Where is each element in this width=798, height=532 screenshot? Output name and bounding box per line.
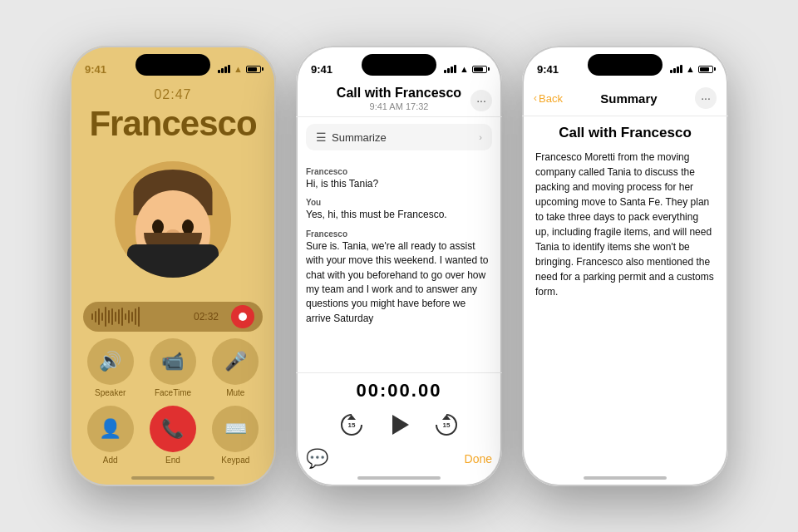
- mute-icon-circle: 🎤: [212, 338, 259, 385]
- home-indicator-1: [131, 476, 214, 480]
- keypad-label: Keypad: [221, 456, 249, 465]
- summary-more-button[interactable]: ···: [695, 87, 717, 109]
- skip-back-label: 15: [348, 421, 356, 429]
- add-button[interactable]: 👤 Add: [83, 406, 137, 465]
- summarize-label: Summarize: [332, 131, 387, 144]
- svg-marker-1: [392, 415, 409, 435]
- signal-icon-3: [670, 65, 682, 73]
- signal-icon-2: [444, 65, 456, 73]
- summarize-icon: ☰: [316, 131, 327, 144]
- battery-fill: [248, 67, 257, 71]
- chevron-right-icon: ›: [479, 132, 482, 142]
- summary-body-text: Francesco Moretti from the moving compan…: [535, 150, 715, 299]
- play-button[interactable]: [382, 408, 416, 441]
- end-button[interactable]: 📞 End: [145, 406, 200, 465]
- signal-bar-2: [221, 68, 224, 73]
- call-buttons-grid: 🔊 Speaker 📹 FaceTime 🎤 Mute 👤 Add 📞 End …: [70, 338, 276, 471]
- battery-icon-2: [472, 66, 487, 73]
- skip-forward-button[interactable]: 15: [432, 411, 461, 439]
- signal-bar-1: [218, 70, 220, 73]
- transcript-scroll[interactable]: Francesco Hi, is this Tania? You Yes, hi…: [296, 157, 502, 372]
- transcript-bubble-icon: 💬: [306, 448, 328, 470]
- dynamic-island-2: [362, 54, 436, 76]
- mute-label: Mute: [226, 388, 244, 397]
- add-label: Add: [103, 456, 118, 465]
- keypad-icon-circle: ⌨️: [212, 406, 259, 452]
- transcript-line-2: Yes, hi, this must be Francesco.: [306, 208, 492, 222]
- dynamic-island: [135, 54, 210, 76]
- summary-nav: ‹ Back Summary ···: [522, 84, 728, 116]
- back-label: Back: [539, 92, 563, 105]
- memoji-shirt: [127, 244, 219, 278]
- back-button[interactable]: ‹ Back: [534, 92, 563, 105]
- more-options-button[interactable]: ···: [470, 90, 492, 111]
- waveform-lines: [91, 307, 191, 327]
- wifi-icon-3: ▲: [686, 64, 695, 74]
- speaker-button[interactable]: 🔊 Speaker: [83, 338, 137, 397]
- status-time-2: 9:41: [311, 63, 332, 76]
- phone-summary: 9:41 ▲ ‹ Back Summary ··· Call with Fran…: [522, 46, 728, 486]
- signal-bar-4: [228, 65, 230, 73]
- battery-icon: [246, 66, 261, 73]
- speaker-icon-circle: 🔊: [87, 338, 134, 385]
- play-icon: [384, 410, 414, 440]
- phone-transcript: 9:41 ▲ Call with Francesco 9:41 AM 17:32…: [296, 46, 502, 486]
- record-button[interactable]: [231, 305, 254, 328]
- summarize-left: ☰ Summarize: [316, 131, 387, 144]
- caller-name: Francesco: [70, 104, 276, 144]
- battery-fill-2: [474, 67, 483, 71]
- dynamic-island-3: [588, 54, 663, 76]
- wifi-icon: ▲: [234, 64, 243, 74]
- speaker-2: You: [306, 198, 492, 207]
- memoji-area: [70, 144, 276, 295]
- transcript-line-1: Hi, is this Tania?: [306, 177, 492, 191]
- facetime-label: FaceTime: [155, 388, 191, 397]
- end-icon-circle: 📞: [150, 406, 196, 452]
- wifi-icon-2: ▲: [460, 64, 469, 74]
- transcript-title: Call with Francesco: [309, 86, 489, 101]
- playback-time: 00:00.00: [357, 380, 442, 401]
- mute-button[interactable]: 🎤 Mute: [209, 338, 263, 397]
- end-label: End: [165, 456, 180, 465]
- add-icon-circle: 👤: [87, 406, 134, 452]
- transcript-subtitle: 9:41 AM 17:32: [309, 101, 489, 111]
- battery-icon-3: [698, 66, 713, 73]
- summary-content: Call with Francesco Francesco Moretti fr…: [522, 116, 728, 471]
- memoji-avatar: [115, 161, 231, 278]
- call-timer: 02:32: [194, 311, 219, 323]
- status-icons-1: ▲: [218, 64, 261, 74]
- summary-call-title: Call with Francesco: [535, 125, 715, 141]
- signal-bar-3: [224, 66, 227, 73]
- record-indicator: [239, 313, 247, 321]
- speaker-3: Francesco: [306, 229, 492, 239]
- back-chevron-icon: ‹: [534, 92, 537, 104]
- speaker-label: Speaker: [95, 388, 126, 397]
- transcript-header: Call with Francesco 9:41 AM 17:32 ···: [296, 84, 502, 117]
- transcript-bottom: 💬 Done: [296, 445, 502, 471]
- speaker-1: Francesco: [306, 167, 492, 176]
- skip-back-button[interactable]: 15: [337, 411, 366, 439]
- keypad-button[interactable]: ⌨️ Keypad: [209, 406, 263, 465]
- playback-controls: 15 15: [337, 408, 461, 441]
- playback-area: 00:00.00 15 15: [296, 372, 502, 445]
- waveform-bar: 02:32: [83, 302, 263, 332]
- facetime-button[interactable]: 📹 FaceTime: [145, 338, 200, 397]
- skip-forward-label: 15: [443, 421, 451, 429]
- battery-fill-3: [700, 67, 709, 71]
- phone-active-call: 9:41 ▲ 02:47 Francesco: [70, 46, 276, 486]
- summary-nav-title: Summary: [600, 91, 657, 106]
- transcript-line-3: Sure is. Tania, we're all ready to assis…: [306, 239, 492, 326]
- status-time-3: 9:41: [537, 63, 559, 76]
- summarize-row[interactable]: ☰ Summarize ›: [306, 124, 492, 150]
- status-icons-3: ▲: [670, 64, 713, 74]
- home-indicator-3: [584, 476, 667, 480]
- status-icons-2: ▲: [444, 64, 487, 74]
- done-button[interactable]: Done: [465, 452, 492, 466]
- status-time-1: 9:41: [85, 63, 106, 76]
- signal-icon: [218, 65, 230, 73]
- call-duration: 02:47: [70, 87, 276, 102]
- memoji-face: [123, 170, 223, 278]
- facetime-icon-circle: 📹: [150, 338, 196, 385]
- home-indicator-2: [357, 476, 441, 480]
